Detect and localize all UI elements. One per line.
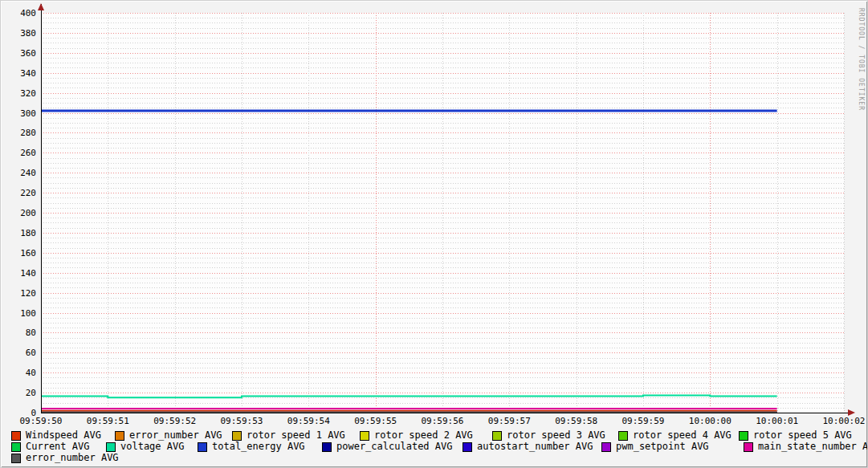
legend-label: rotor speed 2 AVG bbox=[374, 430, 473, 441]
x-tick-label: 09:59:56 bbox=[422, 416, 464, 426]
y-tick-label: 40 bbox=[26, 368, 36, 378]
legend-label: main_state_number AVG bbox=[758, 442, 868, 452]
legend-color-swatch bbox=[198, 442, 207, 452]
legend-label: rotor speed 5 AVG bbox=[753, 430, 852, 441]
y-axis-arrow bbox=[38, 3, 44, 10]
x-axis-arrow bbox=[848, 409, 855, 416]
legend-label: voltage AVG bbox=[120, 442, 184, 452]
x-tick-label: 10:00:00 bbox=[689, 416, 731, 426]
legend-item: rotor speed 2 AVG bbox=[360, 430, 473, 441]
legend-color-swatch bbox=[322, 442, 332, 452]
y-tick-label: 100 bbox=[20, 308, 36, 319]
legend-color-swatch bbox=[106, 442, 116, 452]
legend-item: rotor speed 3 AVG bbox=[492, 430, 605, 441]
legend-item: voltage AVG bbox=[106, 442, 184, 452]
y-axis-labels: 0204060801001201401601802002202402602803… bbox=[20, 8, 36, 418]
y-tick-label: 360 bbox=[20, 48, 36, 59]
y-tick-label: 380 bbox=[20, 28, 36, 39]
legend-color-swatch bbox=[11, 442, 21, 452]
y-tick-label: 260 bbox=[20, 148, 36, 158]
legend-color-swatch bbox=[360, 431, 369, 441]
x-tick-label: 09:59:50 bbox=[20, 416, 63, 426]
legend-item: Windspeed AVG bbox=[11, 430, 101, 441]
legend-color-swatch bbox=[115, 431, 124, 441]
y-tick-label: 300 bbox=[20, 108, 36, 119]
legend-label: rotor speed 1 AVG bbox=[247, 430, 345, 441]
y-tick-label: 220 bbox=[20, 188, 36, 198]
legend-label: total_energy AVG bbox=[212, 442, 305, 452]
rrdtool-watermark: RRDTOOL / TOBI OETIKER bbox=[858, 8, 865, 111]
legend-label: error_number AVG bbox=[26, 453, 119, 463]
x-tick-label: 09:59:57 bbox=[488, 416, 531, 426]
legend-item: error_number AVG bbox=[115, 430, 222, 441]
legend-color-swatch bbox=[11, 431, 21, 441]
legend-item: total_energy AVG bbox=[198, 442, 305, 452]
y-tick-label: 120 bbox=[20, 288, 36, 299]
legend-label: error_number AVG bbox=[129, 430, 222, 441]
y-tick-label: 160 bbox=[20, 248, 36, 258]
legend-item: power_calculated AVG bbox=[322, 442, 453, 452]
legend-item: pwm_setpoint AVG bbox=[601, 442, 709, 452]
y-tick-label: 200 bbox=[20, 208, 36, 218]
x-tick-label: 09:59:58 bbox=[555, 416, 597, 426]
y-tick-label: 340 bbox=[20, 68, 36, 79]
y-tick-label: 180 bbox=[20, 228, 36, 238]
legend-item: Current AVG bbox=[11, 442, 89, 452]
legend-label: power_calculated AVG bbox=[336, 442, 453, 452]
legend-item: main_state_number AVG bbox=[744, 442, 868, 452]
legend-label: Current AVG bbox=[26, 442, 89, 452]
y-tick-label: 240 bbox=[20, 168, 36, 178]
timeseries-chart: 0204060801001201401601802002202402602803… bbox=[1, 1, 868, 428]
legend-item: rotor speed 4 AVG bbox=[618, 430, 731, 441]
legend-label: rotor speed 3 AVG bbox=[507, 430, 605, 441]
legend-color-swatch bbox=[11, 454, 21, 463]
legend-label: pwm_setpoint AVG bbox=[616, 442, 709, 452]
legend-label: Windspeed AVG bbox=[26, 430, 101, 441]
legend-color-swatch bbox=[601, 442, 611, 452]
legend-color-swatch bbox=[739, 431, 748, 441]
legend-color-swatch bbox=[463, 442, 472, 452]
x-tick-label: 09:59:59 bbox=[622, 416, 665, 426]
rrdtool-graph-window: 0204060801001201401601802002202402602803… bbox=[0, 0, 868, 468]
y-tick-label: 20 bbox=[26, 388, 36, 398]
legend-color-swatch bbox=[744, 442, 753, 452]
legend-color-swatch bbox=[492, 431, 502, 441]
legend-item: error_number AVG bbox=[11, 453, 119, 463]
y-tick-label: 280 bbox=[20, 128, 36, 138]
y-tick-label: 60 bbox=[26, 348, 36, 358]
legend-label: rotor speed 4 AVG bbox=[633, 430, 731, 441]
y-tick-label: 80 bbox=[26, 328, 36, 338]
x-tick-label: 10:00:01 bbox=[756, 416, 798, 426]
legend-item: rotor speed 5 AVG bbox=[739, 430, 852, 441]
y-tick-label: 320 bbox=[20, 88, 36, 99]
legend-item: autostart_number AVG bbox=[463, 442, 593, 452]
y-tick-label: 400 bbox=[20, 8, 36, 18]
legend-color-swatch bbox=[232, 431, 242, 441]
x-tick-label: 09:59:54 bbox=[287, 416, 330, 426]
y-tick-label: 140 bbox=[20, 268, 36, 279]
legend-color-swatch bbox=[618, 431, 628, 441]
x-tick-label: 10:00:02 bbox=[823, 416, 866, 426]
x-axis-labels: 09:59:5009:59:5109:59:5209:59:5309:59:54… bbox=[20, 416, 866, 426]
legend-item: rotor speed 1 AVG bbox=[232, 430, 345, 441]
legend-label: autostart_number AVG bbox=[477, 442, 593, 452]
x-tick-label: 09:59:53 bbox=[221, 416, 263, 426]
x-tick-label: 09:59:51 bbox=[87, 416, 129, 426]
x-tick-label: 09:59:55 bbox=[354, 416, 397, 426]
x-tick-label: 09:59:52 bbox=[153, 416, 196, 426]
